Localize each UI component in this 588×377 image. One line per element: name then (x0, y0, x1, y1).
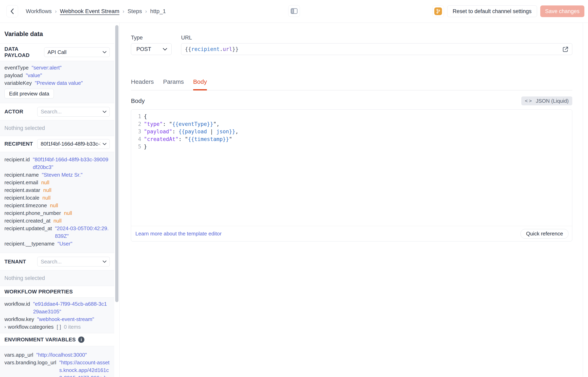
tenant-row: TENANT Search... (0, 253, 114, 271)
recipient-label: RECIPIENT (4, 141, 33, 147)
recipient-select[interactable]: 80f1f4bf-166d-48f9-b33c-39009df20bc3 (37, 139, 110, 149)
workflow-properties-header: WORKFLOW PROPERTIES (0, 286, 114, 298)
actor-empty-state: Nothing selected (0, 120, 114, 136)
sidebar-title: Variable data (0, 23, 114, 44)
recipient-data-section: recipient.id"80f1f4bf-166d-48f9-b33c-390… (0, 152, 114, 253)
tenant-select[interactable]: Search... (37, 257, 110, 266)
save-changes-button[interactable]: Save changes (540, 5, 584, 17)
kv-value: "User" (58, 240, 72, 247)
language-badge[interactable]: <> JSON (Liquid) (521, 96, 572, 105)
kv-key: variableKey (4, 79, 32, 87)
actor-select[interactable]: Search... (37, 107, 110, 117)
tenant-label: TENANT (4, 259, 26, 265)
url-label: URL (181, 35, 572, 41)
edit-preview-data-button[interactable]: Edit preview data (4, 89, 54, 98)
kv-value: "e91ddae4-7f99-45cb-a688-3c129aae3105" (33, 300, 110, 315)
body-section-header: Body <> JSON (Liquid) (131, 96, 572, 105)
kv-key: vars.branding.logo_url (4, 359, 56, 366)
right-rail (583, 23, 588, 377)
kv-value: "value" (26, 71, 42, 79)
kv-value: null (41, 179, 49, 186)
kv-value: "https://account-assets.knock.app/42d161… (59, 359, 110, 377)
environment-variables-header: ENVIRONMENT VARIABLES i (0, 333, 114, 346)
line-number: 1 (131, 113, 141, 120)
back-button[interactable] (6, 5, 18, 17)
breadcrumb-item[interactable]: Workflows (26, 8, 52, 14)
kv-key: recipient.email (4, 179, 38, 186)
workflow-properties-section: workflow.id"e91ddae4-7f99-45cb-a688-3c12… (0, 298, 114, 333)
actor-label: ACTOR (4, 108, 23, 115)
line-number: 5 (131, 143, 141, 151)
chevron-down-icon (102, 260, 107, 263)
code-editor[interactable]: 1{2"type": "{{eventType}}",3"payload": {… (131, 110, 572, 226)
line-number: 3 (131, 128, 141, 136)
tab-body[interactable]: Body (193, 78, 207, 90)
kv-value: "80f1f4bf-166d-48f9-b33c-39009df20bc3" (33, 156, 110, 171)
body-title: Body (131, 97, 145, 104)
quick-reference-button[interactable]: Quick reference (520, 229, 568, 239)
kv-key: recipient.phone_number (4, 209, 61, 217)
template-editor-card: 1{2"type": "{{eventType}}",3"payload": {… (131, 109, 572, 241)
kv-key: payload (4, 71, 23, 79)
chevron-down-icon (163, 48, 167, 51)
actor-row: ACTOR Search... (0, 103, 114, 120)
kv-row: recipient.__typename"User" (4, 240, 110, 247)
expandable-kv-row[interactable]: ›workflow.categories[ ]0 items (4, 323, 110, 331)
sidebar-toggle-button[interactable] (288, 5, 300, 17)
breadcrumb-item[interactable]: Webhook Event Stream (60, 8, 119, 14)
kv-row: payload"value" (4, 71, 110, 79)
kv-bracket: [ ] (57, 323, 61, 331)
tab-params[interactable]: Params (163, 78, 184, 90)
kv-row: variableKey"Preview data value" (4, 79, 110, 87)
kv-key: workflow.id (4, 300, 30, 308)
kv-row: vars.app_url"http://localhost:3000" (4, 351, 110, 359)
tab-headers[interactable]: Headers (131, 78, 154, 90)
kv-key: eventType (4, 64, 29, 71)
external-link-icon[interactable] (562, 46, 569, 53)
kv-value: null (53, 217, 61, 224)
kv-key: recipient.id (4, 156, 30, 163)
request-config-row: Type POST URL {{recipient.url}} (131, 35, 572, 55)
chevron-down-icon (102, 51, 107, 54)
chevron-down-icon (102, 110, 107, 113)
variable-data-sidebar: Variable data DATA PAYLOAD API Call even… (0, 23, 120, 377)
kv-key: recipient.created_at (4, 217, 50, 224)
kv-row: recipient.id"80f1f4bf-166d-48f9-b33c-390… (4, 156, 110, 171)
type-label: Type (131, 35, 172, 41)
kv-value: "Steven Metz Sr." (42, 171, 82, 179)
kv-key: recipient.locale (4, 194, 39, 201)
sidebar-scrollbar[interactable] (115, 25, 118, 302)
method-select[interactable]: POST (131, 43, 172, 55)
reset-channel-settings-button[interactable]: Reset to default channel settings (447, 5, 537, 17)
commit-status-button[interactable] (432, 5, 444, 17)
info-icon[interactable]: i (78, 337, 84, 343)
data-payload-select[interactable]: API Call (44, 47, 110, 57)
kv-key: workflow.key (4, 315, 34, 323)
chevron-right-icon: › (4, 323, 6, 331)
kv-row: workflow.id"e91ddae4-7f99-45cb-a688-3c12… (4, 300, 110, 315)
code-line: 1{ (131, 113, 572, 120)
breadcrumb-separator: › (123, 8, 125, 14)
kv-key: recipient.updated_at (4, 224, 52, 232)
kv-row: recipient.phone_numbernull (4, 209, 110, 217)
kv-row: workflow.key"webhook-event-stream" (4, 315, 110, 323)
kv-key: recipient.name (4, 171, 39, 179)
kv-key: recipient.timezone (4, 201, 47, 209)
url-input[interactable]: {{recipient.url}} (181, 43, 572, 55)
request-tabs: HeadersParamsBody (131, 75, 572, 90)
learn-more-link[interactable]: Learn more about the template editor (135, 231, 222, 237)
breadcrumb-item[interactable]: Steps (128, 8, 142, 14)
kv-row: recipient.localenull (4, 194, 110, 201)
type-field: Type POST (131, 35, 172, 55)
kv-row: recipient.avatarnull (4, 186, 110, 194)
breadcrumb-separator: › (145, 8, 147, 14)
topbar-actions: Reset to default channel settings Save c… (432, 5, 584, 17)
kv-row: recipient.created_atnull (4, 217, 110, 224)
kv-value: "Preview data value" (35, 79, 83, 87)
url-value: {{recipient.url}} (185, 46, 238, 52)
recipient-row: RECIPIENT 80f1f4bf-166d-48f9-b33c-39009d… (0, 136, 114, 152)
chevron-down-icon (102, 142, 107, 145)
kv-value: null (50, 201, 58, 209)
environment-variables-section: vars.app_url"http://localhost:3000"vars.… (0, 346, 114, 377)
code-line: 3"payload": {{payload | json}}, (131, 128, 572, 136)
